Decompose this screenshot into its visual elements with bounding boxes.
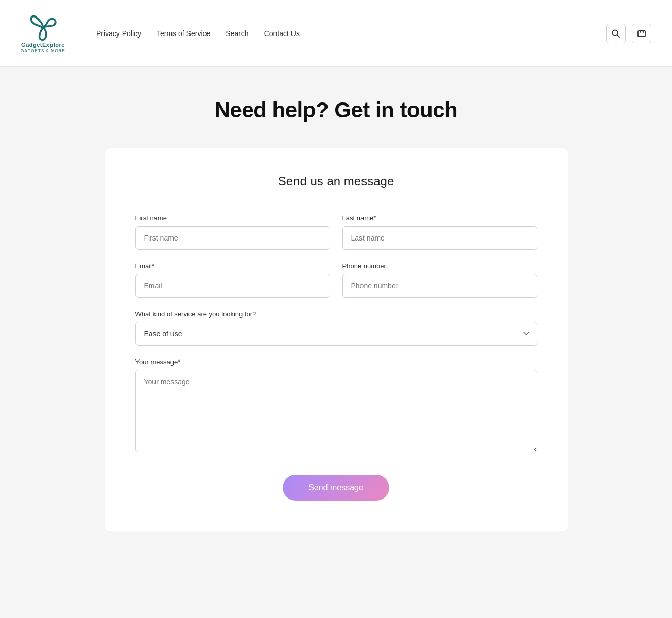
contact-row: Email* Phone number [135, 262, 537, 298]
logo-icon [29, 13, 57, 42]
service-label: What kind of service are you looking for… [135, 310, 537, 318]
email-label: Email* [135, 262, 330, 270]
phone-group: Phone number [342, 262, 537, 298]
main-nav: Privacy Policy Terms of Service Search C… [96, 29, 300, 38]
header-left: GadgetExplore GADGETS & MORE Privacy Pol… [21, 13, 300, 53]
nav-contact-us[interactable]: Contact Us [264, 29, 300, 38]
logo-tagline: GADGETS & MORE [21, 48, 65, 53]
phone-label: Phone number [342, 262, 537, 270]
message-textarea[interactable] [135, 370, 537, 452]
service-select[interactable]: Ease of use Technical Support Order Help… [135, 322, 537, 346]
phone-input[interactable] [342, 274, 537, 298]
first-name-input[interactable] [135, 226, 330, 250]
last-name-group: Last name* [342, 214, 537, 250]
submit-row: Send message [135, 475, 537, 501]
email-group: Email* [135, 262, 330, 298]
last-name-label: Last name* [342, 214, 537, 222]
logo-brand-name: GadgetExplore [21, 42, 65, 48]
svg-rect-3 [638, 31, 645, 37]
first-name-label: First name [135, 214, 330, 222]
main-content: Need help? Get in touch Send us an messa… [0, 67, 672, 562]
search-button[interactable] [606, 24, 626, 43]
page-title: Need help? Get in touch [21, 98, 651, 123]
site-header: GadgetExplore GADGETS & MORE Privacy Pol… [0, 0, 672, 67]
search-icon [611, 29, 621, 38]
message-label: Your message* [135, 358, 537, 366]
svg-point-0 [41, 26, 45, 29]
logo[interactable]: GadgetExplore GADGETS & MORE [21, 13, 65, 53]
send-message-button[interactable]: Send message [283, 475, 389, 501]
cart-button[interactable] [632, 24, 651, 43]
header-right [606, 24, 651, 43]
last-name-input[interactable] [342, 226, 537, 250]
cart-icon [637, 29, 646, 38]
contact-form: First name Last name* Email* Phone numbe… [135, 214, 537, 501]
service-group: What kind of service are you looking for… [135, 310, 537, 346]
nav-terms-of-service[interactable]: Terms of Service [157, 29, 210, 38]
first-name-group: First name [135, 214, 330, 250]
contact-form-card: Send us an message First name Last name*… [105, 148, 568, 531]
form-card-title: Send us an message [135, 174, 537, 188]
name-row: First name Last name* [135, 214, 537, 250]
svg-line-2 [617, 35, 620, 37]
nav-search[interactable]: Search [226, 29, 248, 38]
message-group: Your message* [135, 358, 537, 454]
email-input[interactable] [135, 274, 330, 298]
nav-privacy-policy[interactable]: Privacy Policy [96, 29, 141, 38]
